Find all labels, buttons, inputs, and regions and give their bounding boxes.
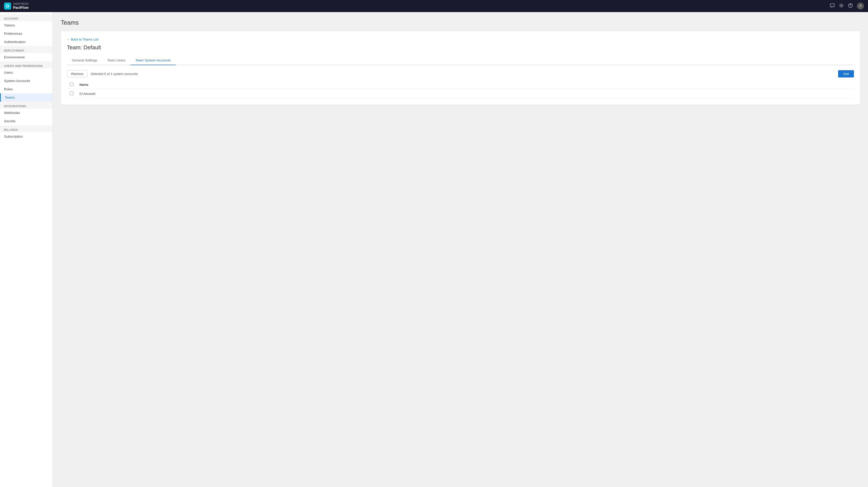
layout: ACCOUNT Tokens Preferences Authenticatio… <box>0 12 868 487</box>
table-row: CI Account <box>67 89 854 99</box>
logo-icon <box>4 2 11 9</box>
svg-point-4 <box>860 4 861 6</box>
team-title: Team: Default <box>67 44 854 51</box>
sidebar-item-secrets[interactable]: Secrets <box>0 117 53 125</box>
sidebar-item-webhooks[interactable]: Webhooks <box>0 109 53 117</box>
row-check-cell <box>67 89 76 99</box>
tab-team-system-accounts[interactable]: Team System Accounts <box>130 56 176 65</box>
row-checkbox-0[interactable] <box>70 92 73 95</box>
section-account: ACCOUNT <box>0 14 53 21</box>
col-header-name: Name <box>76 81 854 89</box>
topnav-actions <box>830 2 864 9</box>
row-name-cell: CI Account <box>76 89 854 99</box>
sidebar-item-teams[interactable]: Teams <box>0 93 53 102</box>
select-all-checkbox[interactable] <box>70 83 73 86</box>
toolbar-left: Remove Selected 0 of 1 system accounts <box>67 70 138 78</box>
svg-point-1 <box>841 5 842 6</box>
chat-icon[interactable] <box>830 3 835 9</box>
tabs: General Settings Team Users Team System … <box>67 56 854 65</box>
user-avatar[interactable] <box>857 2 864 9</box>
tab-general-settings[interactable]: General Settings <box>67 56 102 65</box>
main-content: Teams ← Back to Teams List Team: Default… <box>53 12 868 487</box>
product-name: PactFlow <box>13 5 29 10</box>
selection-info: Selected 0 of 1 system accounts <box>91 72 137 76</box>
accounts-table: Name CI Account <box>67 81 854 99</box>
sidebar: ACCOUNT Tokens Preferences Authenticatio… <box>0 12 53 487</box>
section-users-permissions: USERS AND PERMISSIONS <box>0 61 53 68</box>
brand-name: SMARTBEAR <box>13 2 29 5</box>
sidebar-item-tokens[interactable]: Tokens <box>0 21 53 29</box>
svg-point-3 <box>850 6 851 7</box>
sidebar-item-subscription[interactable]: Subscription <box>0 132 53 141</box>
sidebar-item-users[interactable]: Users <box>0 68 53 77</box>
logo-text: SMARTBEAR PactFlow <box>13 2 29 10</box>
tab-team-users[interactable]: Team Users <box>102 56 130 65</box>
sidebar-item-authentication[interactable]: Authentication <box>0 38 53 46</box>
back-link[interactable]: ← Back to Teams List <box>67 37 98 41</box>
section-deployment: DEPLOYMENT <box>0 46 53 53</box>
sidebar-item-system-accounts[interactable]: System Accounts <box>0 77 53 85</box>
topnav: SMARTBEAR PactFlow <box>0 0 868 12</box>
section-billings: BILLINGS <box>0 125 53 132</box>
settings-icon[interactable] <box>839 3 844 9</box>
col-header-check <box>67 81 76 89</box>
sidebar-item-preferences[interactable]: Preferences <box>0 29 53 38</box>
section-integrations: INTEGRATIONS <box>0 102 53 109</box>
sidebar-item-roles[interactable]: Roles <box>0 85 53 93</box>
team-card: ← Back to Teams List Team: Default Gener… <box>61 31 860 104</box>
sidebar-item-environments[interactable]: Environments <box>0 53 53 61</box>
remove-button[interactable]: Remove <box>67 70 88 78</box>
table-toolbar: Remove Selected 0 of 1 system accounts A… <box>67 70 854 78</box>
svg-rect-0 <box>830 4 834 7</box>
table-header-row: Name <box>67 81 854 89</box>
help-icon[interactable] <box>848 3 853 9</box>
add-button[interactable]: Add <box>838 70 854 78</box>
logo[interactable]: SMARTBEAR PactFlow <box>4 2 29 10</box>
page-title: Teams <box>61 19 860 26</box>
